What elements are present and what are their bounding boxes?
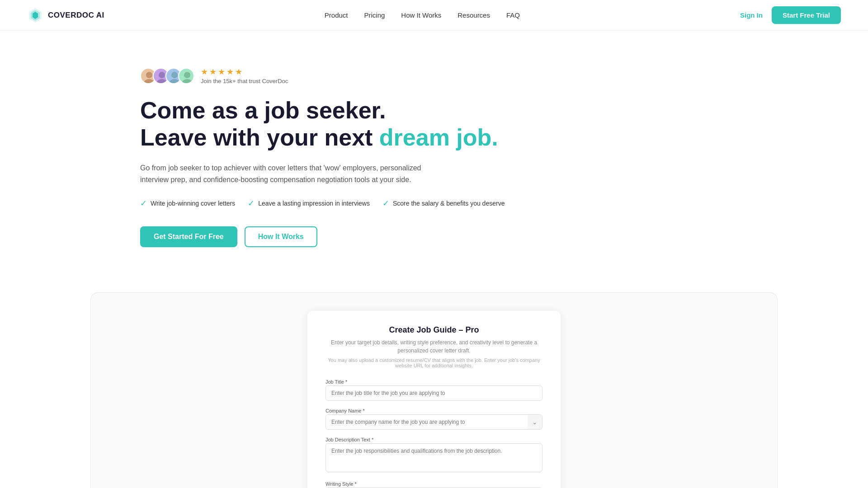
- dropdown-arrow-icon: ⌄: [528, 415, 542, 429]
- heading-line2-plain: Leave with your next: [140, 124, 379, 150]
- star-4: ★: [226, 67, 234, 77]
- company-name-input[interactable]: [326, 415, 528, 429]
- feature-3: ✓ Score the salary & benefits you deserv…: [382, 198, 505, 208]
- check-icon-2: ✓: [248, 198, 255, 208]
- preview-subtitle: Enter your target job details, writing s…: [326, 338, 542, 355]
- nav-faq[interactable]: FAQ: [506, 11, 520, 19]
- star-2: ★: [209, 67, 217, 77]
- svg-point-7: [171, 72, 178, 78]
- company-name-input-wrapper: ⌄: [326, 414, 542, 430]
- heading-line1: Come as a job seeker.: [140, 97, 386, 123]
- check-icon-3: ✓: [382, 198, 389, 208]
- hero-subtext: Go from job seeker to top achiever with …: [140, 162, 448, 186]
- hero-features: ✓ Write job-winning cover letters ✓ Leav…: [140, 198, 841, 208]
- job-desc-textarea[interactable]: [326, 443, 542, 472]
- hero-heading: Come as a job seeker. Leave with your ne…: [140, 97, 841, 151]
- job-title-input[interactable]: [326, 385, 542, 401]
- svg-point-4: [144, 79, 155, 84]
- svg-point-3: [146, 72, 152, 78]
- navbar: COVERDOC AI Product Pricing How It Works…: [0, 0, 868, 31]
- job-desc-label: Job Description Text *: [326, 437, 542, 442]
- check-icon-1: ✓: [140, 198, 147, 208]
- feature-2-text: Leave a lasting impression in interviews: [258, 200, 370, 207]
- hero-section: ★ ★ ★ ★ ★ Join the 15k+ that trust Cover…: [0, 31, 868, 274]
- feature-1-text: Write job-winning cover letters: [151, 200, 235, 207]
- nav-right: Sign In Start Free Trial: [740, 6, 841, 24]
- nav-pricing[interactable]: Pricing: [364, 11, 385, 19]
- start-trial-button[interactable]: Start Free Trial: [772, 6, 841, 24]
- avatar-group: [140, 68, 194, 84]
- nav-links: Product Pricing How It Works Resources F…: [325, 11, 520, 19]
- job-desc-field: Job Description Text *: [326, 437, 542, 474]
- logo-link[interactable]: COVERDOC AI: [27, 7, 104, 23]
- writing-style-label: Writing Style *: [326, 481, 542, 487]
- feature-3-text: Score the salary & benefits you deserve: [393, 200, 505, 207]
- trust-info: ★ ★ ★ ★ ★ Join the 15k+ that trust Cover…: [201, 67, 288, 84]
- preview-subtitle2: You may also upload a customized resume/…: [326, 357, 542, 368]
- trust-text: Join the 15k+ that trust CoverDoc: [201, 78, 288, 84]
- preview-card: Create Job Guide – Pro Enter your target…: [307, 311, 561, 488]
- product-preview-section: Create Job Guide – Pro Enter your target…: [90, 292, 778, 488]
- nav-how-it-works[interactable]: How It Works: [401, 11, 441, 19]
- avatar: [178, 68, 194, 84]
- logo-text: COVERDOC AI: [48, 11, 104, 20]
- job-title-field: Job Title *: [326, 379, 542, 401]
- feature-2: ✓ Leave a lasting impression in intervie…: [248, 198, 370, 208]
- nav-resources[interactable]: Resources: [458, 11, 490, 19]
- feature-1: ✓ Write job-winning cover letters: [140, 198, 235, 208]
- company-name-label: Company Name *: [326, 408, 542, 413]
- star-5: ★: [235, 67, 242, 77]
- job-title-label: Job Title *: [326, 379, 542, 385]
- signin-link[interactable]: Sign In: [740, 11, 763, 19]
- svg-point-10: [182, 79, 193, 84]
- how-it-works-button[interactable]: How It Works: [245, 226, 317, 247]
- svg-point-5: [159, 72, 165, 78]
- hero-cta-buttons: Get Started For Free How It Works: [140, 226, 841, 247]
- star-rating: ★ ★ ★ ★ ★: [201, 67, 288, 77]
- preview-title: Create Job Guide – Pro: [326, 325, 542, 335]
- svg-point-8: [169, 79, 180, 84]
- star-1: ★: [201, 67, 208, 77]
- svg-point-6: [156, 79, 167, 84]
- writing-style-field: Writing Style * Choose your desired tone…: [326, 481, 542, 488]
- svg-point-9: [184, 72, 190, 78]
- company-name-field: Company Name * ⌄: [326, 408, 542, 430]
- star-3: ★: [218, 67, 225, 77]
- heading-accent: dream job.: [379, 124, 498, 150]
- trust-badge: ★ ★ ★ ★ ★ Join the 15k+ that trust Cover…: [140, 67, 841, 84]
- nav-product[interactable]: Product: [325, 11, 348, 19]
- get-started-button[interactable]: Get Started For Free: [140, 226, 237, 247]
- logo-icon: [27, 7, 43, 23]
